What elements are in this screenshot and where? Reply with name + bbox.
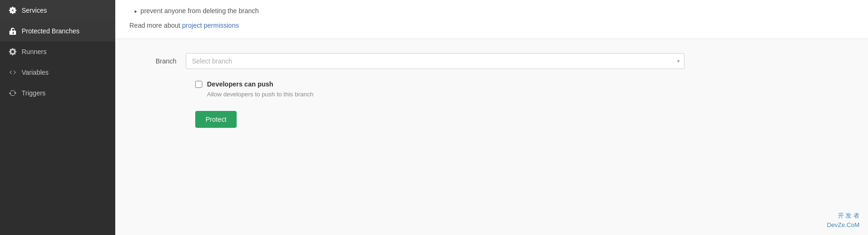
- lock-icon: [8, 27, 17, 35]
- branch-label: Branch: [129, 57, 186, 65]
- sidebar: Services Protected Branches Runners Vari…: [0, 0, 115, 235]
- sync-icon: [8, 89, 17, 97]
- gear-icon: [8, 6, 17, 15]
- top-text-area: prevent anyone from deleting the branch …: [115, 0, 868, 39]
- developers-can-push-label[interactable]: Developers can push: [207, 80, 273, 88]
- read-more-text: Read more about project permissions: [129, 22, 854, 29]
- protect-button[interactable]: Protect: [195, 111, 237, 128]
- checkbox-description: Allow developers to push to this branch: [207, 91, 854, 98]
- checkbox-row: Developers can push: [195, 80, 854, 88]
- developers-can-push-section: Developers can push Allow developers to …: [195, 80, 854, 98]
- sidebar-item-variables-label: Variables: [22, 69, 48, 76]
- code-icon: [8, 68, 17, 77]
- sidebar-item-protected-branches-label: Protected Branches: [22, 27, 80, 35]
- protect-button-wrapper: Protect: [195, 111, 854, 128]
- bullet-prevent-delete: prevent anyone from deleting the branch: [129, 7, 854, 16]
- form-section: Branch Select branch ▾ Developers can pu…: [115, 39, 868, 142]
- sidebar-item-services[interactable]: Services: [0, 0, 115, 21]
- project-permissions-link[interactable]: project permissions: [182, 22, 239, 29]
- branch-form-row: Branch Select branch ▾: [129, 53, 854, 69]
- sidebar-item-runners-label: Runners: [22, 48, 47, 55]
- sidebar-item-runners[interactable]: Runners: [0, 41, 115, 62]
- branch-select-wrapper: Select branch ▾: [186, 53, 685, 69]
- sidebar-item-protected-branches[interactable]: Protected Branches: [0, 21, 115, 41]
- runners-gear-icon: [8, 47, 17, 56]
- sidebar-item-services-label: Services: [22, 7, 47, 14]
- watermark: 开 发 者 DevZe.CoM: [827, 211, 860, 229]
- main-content: prevent anyone from deleting the branch …: [115, 0, 868, 235]
- watermark-line1: 开 发 者: [827, 211, 860, 220]
- watermark-line2: DevZe.CoM: [827, 220, 860, 230]
- developers-can-push-checkbox[interactable]: [195, 81, 202, 88]
- branch-select[interactable]: Select branch: [186, 53, 685, 69]
- sidebar-item-triggers-label: Triggers: [22, 89, 46, 97]
- sidebar-item-variables[interactable]: Variables: [0, 62, 115, 83]
- sidebar-item-triggers[interactable]: Triggers: [0, 83, 115, 103]
